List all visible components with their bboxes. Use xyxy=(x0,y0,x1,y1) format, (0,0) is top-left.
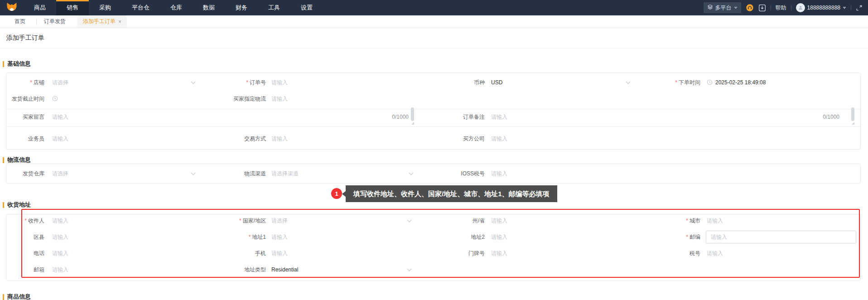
resize-handle[interactable] xyxy=(852,122,854,125)
form-row: 发货仓库 请选择 物流渠道 请选择渠道 IOSS税号 请输入 xyxy=(0,167,868,180)
section-shipping-address: 收货地址 xyxy=(3,201,31,209)
chevron-down-icon xyxy=(734,7,738,9)
tax-no-label: 税号 xyxy=(628,247,700,260)
menu-item-warehouse[interactable]: 仓库 xyxy=(160,0,193,15)
scrollbar-thumb[interactable] xyxy=(851,107,854,121)
address1-input[interactable]: 请输入 xyxy=(271,230,288,244)
addr-type-select[interactable]: Residential xyxy=(271,263,415,276)
house-no-input[interactable]: 请输入 xyxy=(491,247,507,260)
divider xyxy=(851,5,851,10)
email-label: 邮箱 xyxy=(3,263,44,276)
help-link[interactable]: 帮助 xyxy=(776,4,786,12)
service-icon[interactable] xyxy=(746,4,754,12)
buyer-logistics-input[interactable]: 请输入 xyxy=(271,92,288,106)
consignee-input[interactable]: 请输入 xyxy=(52,214,68,227)
navbar-right: 多平台 帮助 18888888888 xyxy=(704,0,868,15)
annotation-step-badge: 1 xyxy=(331,188,342,199)
menu-item-settings[interactable]: 设置 xyxy=(290,0,323,15)
tab-home[interactable]: 首页 xyxy=(14,15,25,28)
salesman-input[interactable]: 请输入 xyxy=(52,132,68,145)
order-no-label: *订单号 xyxy=(193,76,266,89)
address1-label: *地址1 xyxy=(193,230,266,244)
account-menu[interactable]: 18888888888 xyxy=(796,3,846,12)
chevron-down-icon xyxy=(843,7,846,9)
menu-item-purchase[interactable]: 采购 xyxy=(89,0,121,15)
section-accent-bar xyxy=(3,202,4,208)
country-label: *国家/地区 xyxy=(193,214,266,227)
city-input[interactable]: 请输入 xyxy=(707,214,723,227)
ship-deadline-label: 发货截止时间 xyxy=(3,92,44,106)
buyer-logistics-label: 买家指定物流 xyxy=(193,92,266,106)
tab-order-shipping[interactable]: 订单发货 xyxy=(44,15,66,28)
form-row: 业务员 请输入 交易方式 请输入 买方公司 请输入 xyxy=(0,132,868,145)
order-time-picker[interactable]: 2025-02-25 18:49:08 xyxy=(707,76,766,89)
state-input[interactable]: 请输入 xyxy=(491,214,507,227)
fox-logo-icon xyxy=(6,2,17,13)
form-row: 区县 请输入 *地址1 请输入 地址2 请输入 *邮编 xyxy=(0,230,868,244)
section-accent-bar xyxy=(3,294,4,300)
divider xyxy=(6,126,860,127)
expand-icon[interactable] xyxy=(856,5,863,11)
brand-logo[interactable] xyxy=(0,0,24,15)
trade-mode-label: 交易方式 xyxy=(193,132,266,145)
section-title: 收货地址 xyxy=(7,201,31,209)
ioss-label: IOSS税号 xyxy=(412,167,485,180)
ioss-input[interactable]: 请输入 xyxy=(491,167,507,180)
section-accent-bar xyxy=(3,157,4,163)
house-no-label: 门牌号 xyxy=(412,247,485,260)
currency-select[interactable]: USD xyxy=(491,76,634,89)
warehouse-select[interactable]: 请选择 xyxy=(52,167,199,180)
tab-label: 添加手工订单 xyxy=(83,18,116,25)
tab-add-manual-order[interactable]: 添加手工订单 × xyxy=(77,15,127,28)
tab-bar: 首页 订单发货 添加手工订单 × xyxy=(0,15,868,28)
menu-item-tools[interactable]: 工具 xyxy=(258,0,290,15)
clock-icon xyxy=(707,79,713,85)
layers-icon xyxy=(707,4,713,11)
shop-select[interactable]: 请选择 xyxy=(52,76,199,89)
page-title: 添加手工订单 xyxy=(6,34,44,42)
email-input[interactable]: 请输入 xyxy=(52,263,68,276)
chevron-down-icon xyxy=(407,218,412,223)
phone-input[interactable]: 请输入 xyxy=(52,247,68,260)
trade-mode-input[interactable]: 请输入 xyxy=(271,132,288,145)
warehouse-label: 发货仓库 xyxy=(3,167,44,180)
salesman-label: 业务员 xyxy=(3,132,44,145)
menu-item-sales[interactable]: 销售 xyxy=(56,0,89,15)
form-row: 邮箱 请输入 地址类型 Residential xyxy=(0,263,868,276)
order-no-input[interactable]: 请输入 xyxy=(271,76,288,89)
currency-label: 币种 xyxy=(412,76,485,89)
ship-deadline-picker[interactable] xyxy=(52,92,61,106)
close-icon[interactable]: × xyxy=(118,19,121,24)
form-row: 电话 请输入 手机 请输入 门牌号 请输入 税号 请输入 xyxy=(0,247,868,260)
menu-item-products[interactable]: 商品 xyxy=(24,0,56,15)
buyer-message-textarea[interactable]: 请输入 0/1000 xyxy=(52,110,415,124)
district-input[interactable]: 请输入 xyxy=(52,230,68,244)
section-title: 物流信息 xyxy=(7,156,31,164)
menu-item-finance[interactable]: 财务 xyxy=(225,0,258,15)
char-counter: 0/1000 xyxy=(392,110,409,124)
address2-label: 地址2 xyxy=(412,230,485,244)
form-row: 买家留言 请输入 0/1000 订单备注 请输入 0/1000 xyxy=(0,110,868,124)
mobile-input[interactable]: 请输入 xyxy=(271,247,288,260)
platform-switcher[interactable]: 多平台 xyxy=(704,2,741,13)
section-title: 基础信息 xyxy=(7,60,31,68)
tax-no-input[interactable]: 请输入 xyxy=(707,247,723,260)
top-navbar: 商品 销售 采购 平台仓 仓库 数据 财务 工具 设置 多平台 xyxy=(0,0,868,15)
state-label: 州/省 xyxy=(412,214,485,227)
buyer-company-input[interactable]: 请输入 xyxy=(491,132,507,145)
country-select[interactable]: 请选择 xyxy=(271,214,415,227)
divider xyxy=(0,48,868,48)
section-basic-info: 基础信息 xyxy=(3,60,31,68)
avatar xyxy=(796,3,805,12)
download-icon[interactable] xyxy=(758,4,766,12)
menu-item-data[interactable]: 数据 xyxy=(193,0,225,15)
channel-select[interactable]: 请选择渠道 xyxy=(271,167,417,180)
form-row: 发货截止时间 买家指定物流 请输入 xyxy=(0,92,868,106)
menu-item-platform-warehouse[interactable]: 平台仓 xyxy=(121,0,160,15)
zip-input[interactable] xyxy=(706,231,856,243)
address2-input[interactable]: 请输入 xyxy=(491,230,507,244)
form-row: *店铺 请选择 *订单号 请输入 币种 USD *下单时间 2025-02-25… xyxy=(0,76,868,89)
order-remark-textarea[interactable]: 请输入 0/1000 xyxy=(491,110,855,124)
shop-label: *店铺 xyxy=(3,76,44,89)
phone-label: 电话 xyxy=(3,247,44,260)
